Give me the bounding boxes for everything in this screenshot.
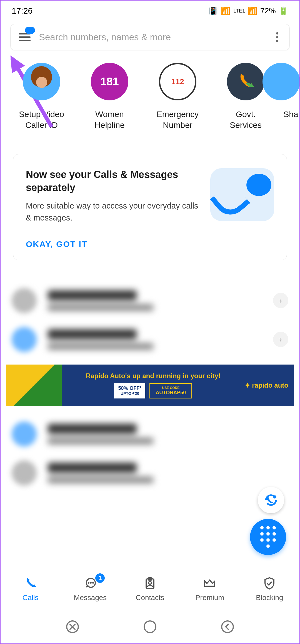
shortcut-label: Sha bbox=[283, 109, 298, 120]
shortcut-label: Emergency Number bbox=[157, 109, 199, 130]
ad-code-box: USE CODE AUTORAP50 bbox=[149, 383, 192, 398]
nav-calls[interactable]: Calls bbox=[1, 568, 60, 610]
call-avatar bbox=[12, 422, 37, 447]
nav-label: Messages bbox=[74, 593, 107, 602]
chevron-right-icon[interactable]: › bbox=[273, 293, 288, 308]
ad-offer-box: 50% OFF* UPTO ₹20 bbox=[114, 383, 145, 398]
info-card-action-button[interactable]: OKAY, GOT IT bbox=[26, 239, 205, 249]
back-button[interactable] bbox=[221, 620, 234, 634]
call-avatar bbox=[12, 288, 37, 313]
menu-button[interactable] bbox=[19, 31, 31, 43]
status-time: 17:26 bbox=[12, 6, 32, 16]
shortcut-video-caller-id[interactable]: Setup Video Caller ID bbox=[8, 63, 76, 130]
home-button[interactable] bbox=[143, 620, 157, 634]
vibrate-icon: 📳 bbox=[208, 6, 218, 16]
ad-banner[interactable]: Rapido Auto's up and running in your cit… bbox=[6, 365, 294, 406]
nav-label: Blocking bbox=[256, 593, 283, 602]
call-item[interactable]: › bbox=[1, 281, 299, 320]
info-card-title: Now see your Calls & Messages separately bbox=[26, 168, 205, 194]
call-avatar bbox=[12, 460, 37, 486]
battery-icon: 🔋 bbox=[279, 6, 288, 16]
call-list-continued bbox=[1, 412, 299, 492]
shortcuts-row[interactable]: Setup Video Caller ID 181 Women Helpline… bbox=[1, 56, 299, 137]
nav-label: Premium bbox=[195, 593, 224, 602]
info-card: Now see your Calls & Messages separately… bbox=[13, 154, 287, 260]
battery-percent: 72% bbox=[260, 6, 276, 15]
svg-point-2 bbox=[90, 582, 92, 584]
search-bar[interactable]: Search numbers, names & more bbox=[10, 24, 290, 50]
svg-point-6 bbox=[149, 581, 151, 584]
call-item[interactable]: › bbox=[1, 320, 299, 359]
nav-badge: 1 bbox=[95, 573, 105, 583]
chevron-right-icon[interactable]: › bbox=[273, 332, 288, 347]
svg-point-8 bbox=[144, 621, 156, 633]
ad-brand-logo: ✦ rapido auto bbox=[245, 382, 288, 389]
menu-notification-dot bbox=[25, 27, 35, 34]
svg-point-9 bbox=[222, 621, 233, 633]
nav-blocking[interactable]: Blocking bbox=[240, 568, 299, 610]
fab-secondary-button[interactable] bbox=[258, 487, 284, 513]
call-list: › › bbox=[1, 269, 299, 359]
ad-image bbox=[6, 365, 62, 406]
nav-label: Contacts bbox=[136, 593, 164, 602]
status-bar: 17:26 📳 📶 LTE1 📶 72% 🔋 bbox=[1, 1, 299, 18]
fab-dialpad-button[interactable] bbox=[250, 519, 286, 555]
nav-contacts[interactable]: Contacts bbox=[120, 568, 180, 610]
emergency-icon: 112 bbox=[159, 63, 196, 100]
info-card-description: More suitable way to access your everyda… bbox=[26, 200, 205, 224]
call-avatar bbox=[12, 327, 37, 352]
recents-button[interactable] bbox=[66, 620, 79, 634]
avatar-icon bbox=[23, 63, 60, 100]
svg-point-3 bbox=[92, 582, 94, 584]
info-card-illustration bbox=[210, 168, 274, 221]
shortcut-label: Women Helpline bbox=[94, 109, 124, 130]
nav-label: Calls bbox=[22, 593, 39, 602]
helpline-icon: 181 bbox=[91, 63, 128, 100]
nav-premium[interactable]: Premium bbox=[180, 568, 240, 610]
govt-icon bbox=[227, 63, 264, 100]
signal-icon: 📶 bbox=[248, 6, 258, 16]
dialpad-icon bbox=[260, 526, 276, 548]
shortcut-emergency[interactable]: 112 Emergency Number bbox=[144, 63, 212, 130]
partial-icon bbox=[262, 63, 300, 100]
shortcut-label: Govt. Services bbox=[230, 109, 262, 130]
shortcut-partial[interactable]: Sha bbox=[280, 63, 299, 130]
wifi-icon: 📶 bbox=[221, 6, 231, 16]
nav-messages[interactable]: 1 Messages bbox=[60, 568, 120, 610]
system-navigation bbox=[1, 610, 299, 643]
hamburger-icon bbox=[19, 33, 31, 41]
svg-point-1 bbox=[88, 582, 89, 584]
bottom-navigation: Calls 1 Messages Contacts Premium Blocki… bbox=[1, 568, 299, 610]
search-placeholder: Search numbers, names & more bbox=[39, 32, 273, 43]
svg-point-0 bbox=[273, 495, 276, 498]
network-label: LTE1 bbox=[233, 8, 245, 14]
shortcut-women-helpline[interactable]: 181 Women Helpline bbox=[76, 63, 144, 130]
status-right: 📳 📶 LTE1 📶 72% 🔋 bbox=[208, 6, 288, 16]
ad-title: Rapido Auto's up and running in your cit… bbox=[62, 372, 245, 380]
call-item[interactable] bbox=[1, 454, 299, 492]
call-item[interactable] bbox=[1, 415, 299, 454]
more-options-button[interactable] bbox=[273, 32, 281, 42]
shortcut-label: Setup Video Caller ID bbox=[19, 109, 64, 130]
